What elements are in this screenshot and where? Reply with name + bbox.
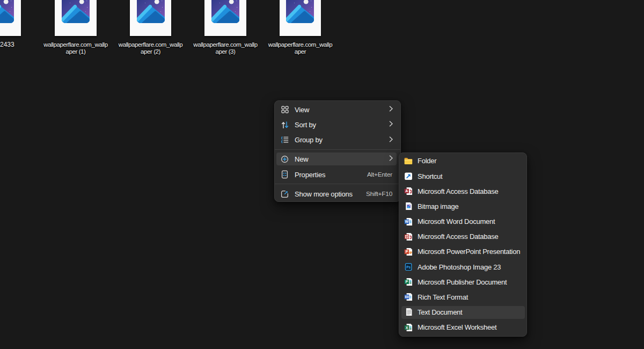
svg-text:P: P: [405, 250, 408, 253]
svg-text:A: A: [405, 189, 408, 193]
svg-text:P: P: [405, 280, 408, 283]
svg-text:W: W: [405, 220, 408, 223]
svg-text:X: X: [405, 325, 408, 329]
svg-text:Ps: Ps: [406, 265, 411, 269]
